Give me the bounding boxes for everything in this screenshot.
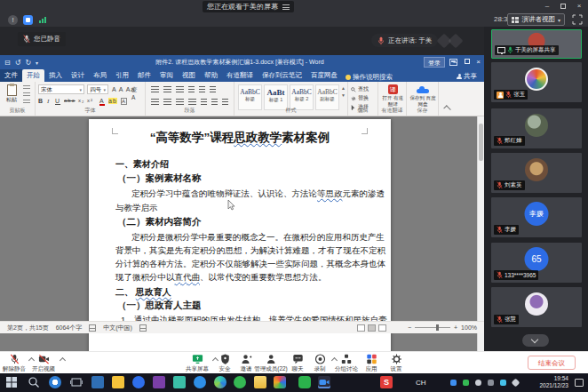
save-to-baidu-button[interactable]: 保存到 百度网盘 [409,84,437,108]
tab-layout[interactable]: 布局 [89,69,111,82]
chat-button[interactable]: 聊天 [292,354,304,373]
participant-tile[interactable]: 张玉 [491,62,582,102]
app-maximize-button[interactable] [558,2,568,11]
manage-members-button[interactable]: 管理成员(22) [254,354,288,373]
taskbar-app-calculator-icon[interactable] [91,376,104,388]
taskbar-app-icon[interactable] [234,376,246,388]
apps-button[interactable]: 应用 [366,354,377,373]
tab-view[interactable]: 视图 [178,69,200,82]
taskbar-file-explorer-icon[interactable] [254,376,266,388]
unmute-button[interactable]: 解除静音 [3,354,26,373]
taskbar-app-icon[interactable] [194,376,206,388]
record-button[interactable]: 录制 [314,354,326,373]
start-button[interactable] [5,376,18,388]
action-center-icon[interactable] [575,379,584,387]
tray-mic-icon[interactable] [475,380,481,386]
participant-tile-sharing[interactable]: 于美的屏幕共享 [491,29,582,59]
taskbar-clock[interactable]: 19:54 2021/12/23 [539,375,568,388]
subscript-button[interactable]: x₂ [78,98,84,103]
taskbar-search-button[interactable] [28,376,40,388]
view-shortcuts[interactable] [357,324,386,332]
collapse-ribbon-icon[interactable] [443,105,450,112]
participant-tile[interactable]: 李媛 李媛 [491,197,582,237]
tab-cloud-notes[interactable]: 保存到云笔记 [258,69,306,82]
tab-help[interactable]: 帮助 [200,69,222,82]
zoom-slider-thumb[interactable] [436,324,439,331]
tab-insert[interactable]: 插入 [44,69,67,82]
tell-me-search[interactable]: 操作说明搜索 [346,73,393,82]
tab-file[interactable]: 文件 [0,69,22,82]
app-close-button[interactable]: × [574,2,584,11]
taskbar-app-s-icon[interactable]: S [380,376,393,388]
zoom-in-button[interactable]: + [454,324,457,331]
share-screen-button[interactable]: 共享屏幕 [186,354,209,373]
start-video-button[interactable]: 开启视频 [32,354,55,373]
meeting-security-shield-icon[interactable] [23,15,33,25]
meeting-info-icon[interactable]: ! [8,15,18,25]
strikethrough-button[interactable]: abc [64,98,75,103]
font-size-select[interactable]: 四号▾ [87,84,108,94]
find-button[interactable]: 查找 [351,85,369,93]
word-close-button[interactable]: × [473,55,484,69]
taskbar-app-edge-icon[interactable] [214,376,226,388]
taskbar-app-stickynotes-icon[interactable] [112,376,124,388]
word-share-button[interactable]: 共享 [457,72,477,81]
tab-references[interactable]: 引用 [111,69,133,82]
proofing-icon[interactable] [89,324,96,332]
undo-icon[interactable]: ↺ [15,59,21,67]
settings-button[interactable]: 设置 [391,354,402,373]
taskbar-app-icon[interactable] [153,376,165,388]
taskbar-app-icon[interactable] [274,376,286,388]
underline-button[interactable]: U [55,98,60,104]
save-icon[interactable]: ⊟ [4,59,11,67]
participant-tile[interactable]: 刘素英 [491,153,582,193]
participant-tile[interactable]: 张慧 [491,287,582,327]
video-options-chevron[interactable] [60,357,66,364]
paragraph-tools-row1[interactable] [151,86,216,93]
zoom-out-button[interactable]: − [408,324,411,331]
security-button[interactable]: 安全 [219,354,231,373]
scroll-participants-button[interactable] [522,334,549,347]
tray-key-icon[interactable] [512,379,520,388]
taskbar-wechat-icon[interactable] [298,376,311,388]
clipboard-tools[interactable] [23,85,30,104]
zoom-slider[interactable] [415,327,450,328]
breakout-rooms-button[interactable]: 分组讨论 [335,354,358,373]
invite-button[interactable]: 邀请 [241,354,252,373]
word-restore-button[interactable] [461,55,473,69]
taskbar-app-icon[interactable] [132,376,145,388]
tab-review[interactable]: 审阅 [155,69,178,82]
tray-shield-icon[interactable] [500,380,506,386]
banner-menu-icon[interactable] [282,4,290,10]
cortana-icon[interactable] [49,376,61,388]
tab-baidu-netdisk[interactable]: 百度网盘 [306,69,342,82]
character-border-button[interactable]: A [121,98,127,105]
tray-icon[interactable] [463,380,469,386]
phonetic-guide-button[interactable]: 变 A [131,86,145,100]
tray-icon[interactable] [450,380,457,386]
bold-button[interactable]: B [38,98,44,104]
tray-icon[interactable] [488,380,494,386]
tab-mailings[interactable]: 邮件 [133,69,155,82]
macro-record-icon[interactable] [139,324,147,332]
styles-scroll-arrows[interactable]: ▲▼ [341,85,346,98]
fullscreen-button[interactable] [572,14,583,25]
scrollbar-thumb[interactable] [479,124,483,161]
end-meeting-button[interactable]: 结束会议 [528,356,576,370]
participant-tile[interactable]: 65 133****3965 [491,243,582,283]
quick-access-dropdown-icon[interactable]: ▾ [36,60,38,66]
paragraph-tools-row2[interactable] [151,99,228,106]
redo-icon[interactable]: ↻ [25,59,31,67]
taskbar-app-icon[interactable] [173,376,186,388]
word-count[interactable]: 6064个字 [56,324,83,332]
zoom-control[interactable]: − + 100% [408,324,477,331]
italic-button[interactable]: I [47,98,50,105]
word-minimize-button[interactable]: – [449,55,461,69]
zoom-level[interactable]: 100% [461,324,477,331]
taskbar-meeting-icon[interactable] [318,376,330,388]
paste-button[interactable]: 粘贴 [4,84,20,104]
font-name-select[interactable]: 宋体▾ [38,84,84,94]
language-indicator[interactable]: CH [416,379,426,391]
tab-youdao[interactable]: 有道翻译 [222,69,258,82]
superscript-button[interactable]: x² [87,98,93,103]
